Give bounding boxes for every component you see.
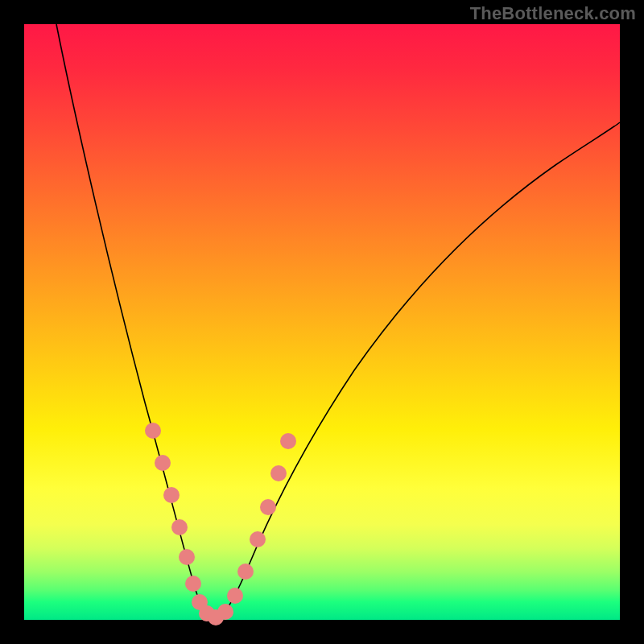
- data-point: [171, 519, 188, 535]
- data-point: [227, 588, 243, 604]
- bottleneck-curve-right: [214, 122, 620, 620]
- data-point: [163, 487, 180, 503]
- data-point: [250, 531, 266, 547]
- scatter-dots: [145, 423, 296, 625]
- data-point: [185, 576, 201, 592]
- data-point: [145, 423, 161, 439]
- chart-frame: TheBottleneck.com: [0, 0, 644, 644]
- data-point: [260, 499, 276, 515]
- data-point: [217, 604, 233, 620]
- data-point: [270, 465, 287, 481]
- data-point: [237, 564, 254, 580]
- watermark-text: TheBottleneck.com: [470, 3, 636, 24]
- data-point: [280, 433, 296, 449]
- curve-layer: [24, 24, 620, 620]
- data-point: [179, 549, 195, 565]
- bottleneck-curve-left: [56, 24, 214, 620]
- plot-area: [24, 24, 620, 620]
- data-point: [155, 455, 171, 471]
